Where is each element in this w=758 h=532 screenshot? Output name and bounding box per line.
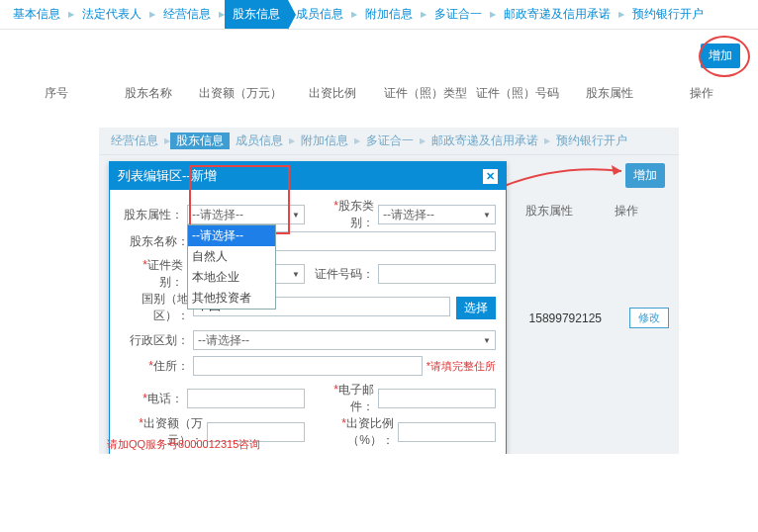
qq-service-note: 请加QQ服务号8000012315咨询 — [107, 437, 260, 452]
chevron-down-icon: ▼ — [483, 211, 491, 220]
lower-panel: 经营信息▶ 股东信息 成员信息▶ 附加信息▶ 多证合一▶ 邮政寄递及信用承诺▶ … — [99, 128, 679, 454]
nav-step-extra[interactable]: 附加信息 — [357, 0, 421, 29]
lower-nav-multicert[interactable]: 多证合一 — [360, 133, 420, 149]
select-country-button[interactable]: 选择 — [456, 297, 496, 319]
top-toolbar: 增加 — [0, 30, 758, 79]
dropdown-option[interactable]: 本地企业 — [188, 267, 275, 288]
shareholder-attr-dropdown: --请选择-- 自然人 本地企业 其他投资者 — [187, 224, 276, 310]
label-shareholder-type: *股东类别： — [311, 198, 378, 231]
chevron-down-icon: ▼ — [483, 336, 491, 345]
label-shareholder-name: 股东名称： — [120, 233, 193, 250]
lower-nav-shareholder[interactable]: 股东信息 — [170, 133, 230, 149]
lower-nav-bank[interactable]: 预约银行开户 — [550, 133, 633, 149]
cert-no-input[interactable] — [378, 264, 496, 284]
label-cert-type: *证件类别： — [120, 257, 187, 291]
dropdown-option[interactable]: 自然人 — [188, 246, 275, 267]
admin-div-select[interactable]: --请选择-- ▼ — [193, 330, 496, 350]
email-input[interactable] — [378, 389, 496, 408]
nav-step-multicert[interactable]: 多证合一 — [426, 0, 490, 29]
nav-step-bank[interactable]: 预约银行开户 — [624, 0, 711, 29]
phone-cell: 15899792125 — [529, 311, 602, 325]
highlight-ellipse-annotation — [699, 36, 750, 77]
dropdown-option[interactable]: --请选择-- — [188, 225, 275, 246]
address-note: *请填完整住所 — [426, 359, 496, 374]
label-ratio: *出资比例（%）： — [311, 415, 398, 449]
lower-table-header: 股东属性 操作 — [495, 195, 669, 227]
table-row-data: 15899792125 修改 — [529, 308, 669, 328]
nav-step-basic[interactable]: 基本信息 — [5, 0, 68, 29]
dialog-titlebar[interactable]: 列表编辑区--新增 ✕ — [110, 162, 506, 190]
label-email: *电子邮件： — [311, 382, 378, 415]
phone-input[interactable] — [187, 389, 305, 408]
nav-step-business[interactable]: 经营信息 — [155, 0, 219, 29]
nav-step-postal[interactable]: 邮政寄递及信用承诺 — [496, 0, 618, 29]
lower-add-wrap: 增加 — [625, 163, 665, 188]
chevron-down-icon: ▼ — [292, 270, 300, 279]
top-table-header: 序号 股东名称 出资额（万元） 出资比例 证件（照）类型 证件（照）号码 股东属… — [0, 79, 758, 108]
col-name: 股东名称 — [102, 85, 194, 102]
shareholder-type-select[interactable]: --请选择-- ▼ — [378, 205, 496, 224]
col-amount: 出资额（万元） — [195, 85, 287, 102]
top-breadcrumb-nav: 基本信息▶ 法定代表人▶ 经营信息▶ 股东信息 成员信息▶ 附加信息▶ 多证合一… — [0, 0, 758, 30]
label-address: *住所： — [120, 358, 193, 375]
lower-col-attr: 股东属性 — [525, 203, 573, 220]
lower-breadcrumb-nav: 经营信息▶ 股东信息 成员信息▶ 附加信息▶ 多证合一▶ 邮政寄递及信用承诺▶ … — [99, 128, 679, 155]
dropdown-option[interactable]: 其他投资者 — [188, 288, 275, 309]
col-action: 操作 — [656, 85, 748, 102]
col-seq: 序号 — [10, 85, 102, 102]
modify-button[interactable]: 修改 — [629, 308, 669, 328]
ratio-input[interactable] — [398, 422, 496, 442]
label-country: 国别（地区）： — [120, 291, 193, 324]
lower-nav-member[interactable]: 成员信息 — [230, 133, 289, 149]
nav-step-member[interactable]: 成员信息 — [288, 0, 351, 29]
lower-add-button[interactable]: 增加 — [625, 163, 665, 188]
close-icon[interactable]: ✕ — [483, 169, 498, 184]
select-value: --请选择-- — [198, 332, 249, 349]
edit-dialog: 列表编辑区--新增 ✕ 股东属性： --请选择-- ▼ --请选择-- — [109, 161, 507, 454]
lower-nav-postal[interactable]: 邮政寄递及信用承诺 — [426, 133, 544, 149]
label-admin-div: 行政区划： — [120, 332, 193, 349]
select-value: --请选择-- — [383, 207, 434, 223]
lower-section: 经营信息▶ 股东信息 成员信息▶ 附加信息▶ 多证合一▶ 邮政寄递及信用承诺▶ … — [0, 128, 758, 454]
nav-step-shareholder[interactable]: 股东信息 — [225, 0, 288, 29]
col-ratio: 出资比例 — [287, 85, 379, 102]
col-cert-type: 证件（照）类型 — [379, 85, 471, 102]
label-shareholder-attr: 股东属性： — [120, 207, 187, 223]
dialog-body: 股东属性： --请选择-- ▼ --请选择-- 自然人 本地企业 其他投资者 — [110, 190, 506, 454]
col-cert-no: 证件（照）号码 — [471, 85, 563, 102]
nav-step-legal[interactable]: 法定代表人 — [74, 0, 149, 29]
lower-col-action: 操作 — [615, 203, 638, 220]
chevron-down-icon: ▼ — [292, 211, 300, 220]
label-cert-no: 证件号码： — [311, 266, 378, 283]
lower-nav-extra[interactable]: 附加信息 — [295, 133, 354, 149]
lower-nav-business[interactable]: 经营信息 — [105, 133, 164, 149]
label-phone: *电话： — [120, 391, 187, 407]
address-input[interactable] — [193, 356, 423, 376]
col-attr: 股东属性 — [564, 85, 656, 102]
